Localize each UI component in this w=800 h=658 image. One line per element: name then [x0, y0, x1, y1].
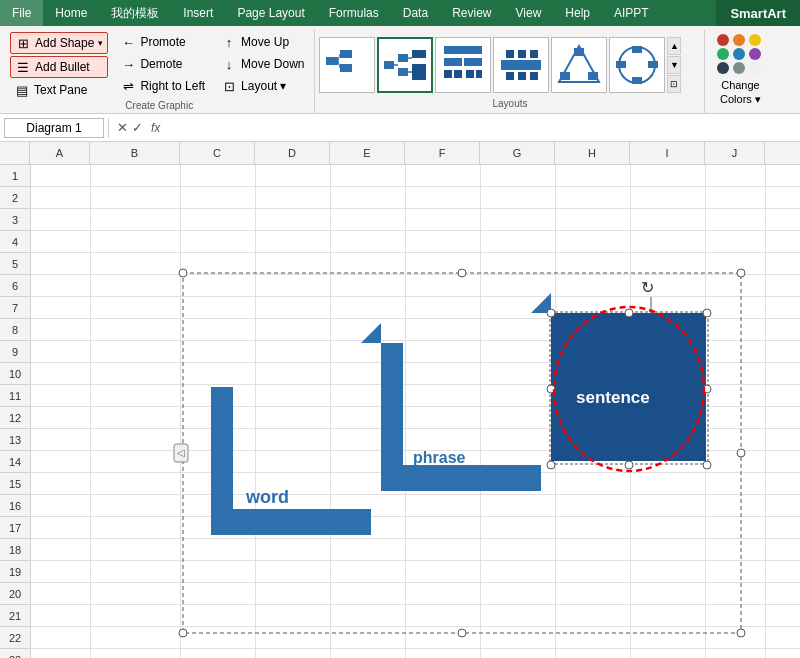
layout-item-3[interactable]: [435, 37, 491, 93]
tab-review[interactable]: Review: [440, 0, 503, 26]
cancel-formula-icon[interactable]: ✕: [117, 120, 128, 135]
row-header-9[interactable]: 9: [0, 341, 30, 363]
tab-aippt[interactable]: AIPPT: [602, 0, 661, 26]
tab-pagelayout[interactable]: Page Layout: [225, 0, 316, 26]
add-shape-button[interactable]: ⊞ Add Shape ▾: [10, 32, 108, 54]
col-header-g[interactable]: G: [480, 142, 555, 164]
svg-line-3: [338, 54, 340, 61]
row-header-6[interactable]: 6: [0, 275, 30, 297]
grid-row-3: [31, 209, 800, 231]
change-colors-label: ChangeColors ▾: [720, 78, 761, 107]
change-colors-section[interactable]: ChangeColors ▾: [705, 30, 775, 113]
layout-scroll-expand[interactable]: ⊡: [667, 75, 681, 93]
grid-row-16: [31, 495, 800, 517]
promote-button[interactable]: ← Promote: [116, 32, 209, 52]
col-header-d[interactable]: D: [255, 142, 330, 164]
col-header-b[interactable]: B: [90, 142, 180, 164]
svg-rect-19: [466, 70, 474, 78]
col-header-e[interactable]: E: [330, 142, 405, 164]
grid-area[interactable]: ◁ word phrase sentence: [31, 165, 800, 658]
add-bullet-button[interactable]: ☰ Add Bullet: [10, 56, 108, 78]
color-dot-red: [717, 34, 729, 46]
row-header-22[interactable]: 22: [0, 627, 30, 649]
tab-formulas[interactable]: Formulas: [317, 0, 391, 26]
svg-rect-15: [444, 58, 462, 66]
layout-item-2[interactable]: [377, 37, 433, 93]
name-box[interactable]: [4, 118, 104, 138]
row-header-13[interactable]: 13: [0, 429, 30, 451]
layout-item-4[interactable]: [493, 37, 549, 93]
row-header-7[interactable]: 7: [0, 297, 30, 319]
cell-b1[interactable]: [91, 165, 181, 187]
row-header-2[interactable]: 2: [0, 187, 30, 209]
layout-button[interactable]: ⊡ Layout ▾: [217, 76, 308, 96]
col-header-i[interactable]: I: [630, 142, 705, 164]
svg-rect-2: [340, 64, 352, 72]
ribbon-toolbar: ⊞ Add Shape ▾ ☰ Add Bullet ▤ Text Pane: [0, 26, 800, 114]
row-header-3[interactable]: 3: [0, 209, 30, 231]
col-header-h[interactable]: H: [555, 142, 630, 164]
right-to-left-icon: ⇌: [120, 78, 136, 94]
right-group: ↑ Move Up ↓ Move Down ⊡ Layout ▾: [217, 32, 308, 100]
row-header-21[interactable]: 21: [0, 605, 30, 627]
cell-d1[interactable]: [256, 165, 331, 187]
color-dot-orange: [733, 34, 745, 46]
row-header-14[interactable]: 14: [0, 451, 30, 473]
row-header-19[interactable]: 19: [0, 561, 30, 583]
tab-home[interactable]: Home: [43, 0, 99, 26]
cell-c1[interactable]: [181, 165, 256, 187]
row-header-4[interactable]: 4: [0, 231, 30, 253]
row-header-1[interactable]: 1: [0, 165, 30, 187]
tab-data[interactable]: Data: [391, 0, 440, 26]
tab-help[interactable]: Help: [553, 0, 602, 26]
tab-mytemplate[interactable]: 我的模板: [99, 0, 171, 26]
cell-f1[interactable]: [406, 165, 481, 187]
col-header-j[interactable]: J: [705, 142, 765, 164]
move-down-button[interactable]: ↓ Move Down: [217, 54, 308, 74]
layout-item-5[interactable]: [551, 37, 607, 93]
cell-j1[interactable]: [706, 165, 766, 187]
tab-view[interactable]: View: [504, 0, 554, 26]
svg-rect-16: [464, 58, 482, 66]
right-to-left-button[interactable]: ⇌ Right to Left: [116, 76, 209, 96]
row-header-8[interactable]: 8: [0, 319, 30, 341]
row-header-15[interactable]: 15: [0, 473, 30, 495]
grid-row-5: [31, 253, 800, 275]
row-header-20[interactable]: 20: [0, 583, 30, 605]
confirm-formula-icon[interactable]: ✓: [132, 120, 143, 135]
add-shape-dropdown-icon[interactable]: ▾: [98, 38, 103, 48]
cell-g1[interactable]: [481, 165, 556, 187]
row-header-11[interactable]: 11: [0, 385, 30, 407]
cell-i1[interactable]: [631, 165, 706, 187]
corner-cell: [0, 142, 30, 164]
row-header-12[interactable]: 12: [0, 407, 30, 429]
tab-file[interactable]: File: [0, 0, 43, 26]
row-header-18[interactable]: 18: [0, 539, 30, 561]
layout-item-6[interactable]: [609, 37, 665, 93]
col-header-a[interactable]: A: [30, 142, 90, 164]
row-header-23[interactable]: 23: [0, 649, 30, 658]
tab-insert[interactable]: Insert: [171, 0, 225, 26]
col-header-f[interactable]: F: [405, 142, 480, 164]
row-header-10[interactable]: 10: [0, 363, 30, 385]
create-graphic-content: ⊞ Add Shape ▾ ☰ Add Bullet ▤ Text Pane: [10, 32, 308, 100]
svg-rect-22: [506, 50, 514, 58]
layout-scroll-up[interactable]: ▲: [667, 37, 681, 55]
svg-rect-13: [412, 72, 426, 80]
row-header-17[interactable]: 17: [0, 517, 30, 539]
text-pane-button[interactable]: ▤ Text Pane: [10, 80, 108, 100]
demote-button[interactable]: → Demote: [116, 54, 209, 74]
cell-h1[interactable]: [556, 165, 631, 187]
layout-scroll-down[interactable]: ▼: [667, 56, 681, 74]
move-up-button[interactable]: ↑ Move Up: [217, 32, 308, 52]
row-header-5[interactable]: 5: [0, 253, 30, 275]
svg-rect-26: [518, 72, 526, 80]
layout-item-1[interactable]: [319, 37, 375, 93]
row-header-16[interactable]: 16: [0, 495, 30, 517]
col-header-c[interactable]: C: [180, 142, 255, 164]
formula-bar: ✕ ✓ fx: [0, 114, 800, 142]
color-dot-gray: [733, 62, 745, 74]
cell-e1[interactable]: [331, 165, 406, 187]
cell-a1[interactable]: [31, 165, 91, 187]
grid-row-11: [31, 385, 800, 407]
